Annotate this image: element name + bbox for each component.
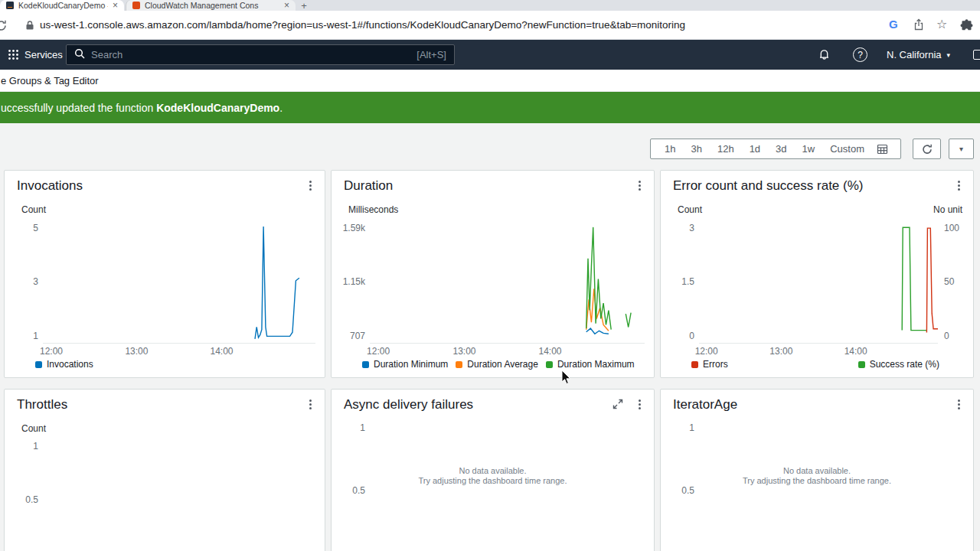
legend-item[interactable]: Success rate (%) xyxy=(858,359,939,370)
no-data-title: No data available. xyxy=(332,466,654,476)
invocations-card: Invocations Count 5 3 1 12:00 13:00 14:0… xyxy=(4,170,325,378)
cloudshell-icon[interactable] xyxy=(973,50,980,60)
expand-icon[interactable] xyxy=(612,399,623,412)
iterator-age-chart[interactable] xyxy=(699,423,964,551)
share-icon[interactable] xyxy=(913,18,925,34)
y-tick: 1.59k xyxy=(333,223,365,233)
duration-card: Duration Milliseconds 1.59k 1.15k 707 12… xyxy=(331,170,655,378)
new-tab-button[interactable]: + xyxy=(296,0,312,11)
async-failures-chart[interactable] xyxy=(370,423,645,551)
y-axis-unit: Count xyxy=(21,204,46,215)
legend-swatch xyxy=(691,361,698,368)
browser-tab-bar: KodeKloudCanaryDemo - Lambd × CloudWatch… xyxy=(0,0,980,11)
bookmark-star-icon[interactable]: ☆ xyxy=(936,17,947,31)
legend-label: Errors xyxy=(703,359,728,370)
y-tick-right: 100 xyxy=(944,223,959,233)
throttles-chart[interactable] xyxy=(43,440,315,551)
range-3d-button[interactable]: 3d xyxy=(768,139,794,158)
x-tick: 12:00 xyxy=(695,346,718,357)
card-title: Async delivery failures xyxy=(344,397,473,412)
legend-swatch xyxy=(362,361,369,368)
legend-item[interactable]: Invocations xyxy=(35,359,93,370)
legend-label: Duration Minimum xyxy=(374,359,448,370)
iterator-age-card: IteratorAge 1 0.5 No data available. Try… xyxy=(660,389,974,551)
range-custom-button[interactable]: Custom xyxy=(822,139,872,158)
card-menu-icon[interactable] xyxy=(634,398,645,411)
card-menu-icon[interactable] xyxy=(634,179,645,192)
tab-close-icon[interactable]: × xyxy=(113,0,118,11)
search-icon xyxy=(74,48,85,62)
range-12h-button[interactable]: 12h xyxy=(710,139,742,158)
invocations-chart[interactable]: 12:00 13:00 14:00 xyxy=(43,221,315,344)
y-tick: 1.5 xyxy=(662,276,694,287)
y-tick: 1 xyxy=(662,422,694,433)
notifications-bell-icon[interactable] xyxy=(818,48,831,64)
search-shortcut: [Alt+S] xyxy=(416,49,446,60)
apps-grid-icon[interactable] xyxy=(8,49,19,64)
legend-item[interactable]: Duration Maximum xyxy=(546,359,635,370)
mouse-cursor-icon xyxy=(561,370,572,388)
card-menu-icon[interactable] xyxy=(305,398,315,411)
async-delivery-failures-card: Async delivery failures 1 0.5 No data av… xyxy=(331,389,655,551)
legend-item[interactable]: Errors xyxy=(691,359,728,370)
legend-item[interactable]: Duration Minimum xyxy=(362,359,448,370)
region-selector[interactable]: N. California ▾ xyxy=(887,49,950,60)
lambda-favicon-icon xyxy=(6,2,14,9)
card-menu-icon[interactable] xyxy=(953,398,964,411)
y-tick: 1 xyxy=(6,441,38,452)
y-tick: 1 xyxy=(6,331,38,341)
console-subnav: e Groups & Tag Editor xyxy=(0,70,980,92)
no-data-message: No data available. Try adjusting the das… xyxy=(661,466,973,486)
address-bar[interactable]: us-west-1.console.aws.amazon.com/lambda/… xyxy=(40,18,805,32)
legend-swatch xyxy=(546,361,553,368)
range-1d-button[interactable]: 1d xyxy=(742,139,768,158)
y-tick: 0.5 xyxy=(6,494,38,505)
y-tick: 1 xyxy=(333,422,365,433)
card-menu-icon[interactable] xyxy=(953,179,964,192)
range-3h-button[interactable]: 3h xyxy=(683,139,709,158)
x-tick: 13:00 xyxy=(125,346,148,357)
refresh-button[interactable] xyxy=(913,139,941,159)
console-search[interactable]: [Alt+S] xyxy=(66,44,455,65)
legend-item[interactable]: Duration Average xyxy=(456,359,538,370)
range-1w-button[interactable]: 1w xyxy=(795,139,823,158)
region-label: N. California xyxy=(887,49,942,60)
reload-icon[interactable] xyxy=(0,19,8,35)
browser-tab-lambda[interactable]: KodeKloudCanaryDemo - Lambd × xyxy=(0,0,124,11)
y-tick: 3 xyxy=(6,276,38,287)
no-data-title: No data available. xyxy=(661,466,973,476)
browser-tab-cloudwatch[interactable]: CloudWatch Management Cons × xyxy=(126,0,296,11)
chart-legend: Duration Minimum Duration Average Durati… xyxy=(362,359,635,370)
lock-icon[interactable] xyxy=(25,20,34,34)
chevron-down-icon: ▾ xyxy=(947,51,951,59)
refresh-options-dropdown[interactable]: ▾ xyxy=(949,139,974,159)
x-tick: 13:00 xyxy=(769,346,792,357)
duration-chart[interactable]: 12:00 13:00 14:00 xyxy=(370,221,645,344)
range-1h-button[interactable]: 1h xyxy=(657,139,683,158)
errors-chart[interactable]: 12:00 13:00 14:00 xyxy=(699,221,938,344)
card-title: Error count and success rate (%) xyxy=(673,178,863,194)
calendar-icon[interactable] xyxy=(872,143,894,155)
google-icon[interactable]: G xyxy=(889,18,898,31)
banner-function-name: KodeKloudCanaryDemo xyxy=(156,102,279,114)
no-data-hint: Try adjusting the dashboard time range. xyxy=(661,476,973,486)
success-banner: uccessfully updated the function KodeKlo… xyxy=(0,92,980,123)
services-menu[interactable]: Services xyxy=(24,49,63,60)
time-range-toolbar: 1h 3h 12h 1d 3d 1w Custom ▾ xyxy=(0,139,980,159)
legend-swatch xyxy=(35,361,42,368)
search-input[interactable] xyxy=(91,49,410,60)
card-menu-icon[interactable] xyxy=(305,179,315,192)
tab-close-icon[interactable]: × xyxy=(284,0,289,11)
no-data-hint: Try adjusting the dashboard time range. xyxy=(332,476,654,486)
banner-text: . xyxy=(279,102,283,114)
subnav-item-tag-editor[interactable]: e Groups & Tag Editor xyxy=(1,75,99,86)
y-axis-unit: Count xyxy=(21,423,46,434)
help-icon[interactable]: ? xyxy=(853,47,867,62)
y-tick: 1.15k xyxy=(333,276,365,287)
y-tick: 707 xyxy=(333,331,365,341)
y-tick: 0.5 xyxy=(333,485,365,496)
browser-toolbar: us-west-1.console.aws.amazon.com/lambda/… xyxy=(0,11,980,40)
extensions-icon[interactable] xyxy=(960,18,973,34)
x-tick: 14:00 xyxy=(211,346,234,357)
legend-label: Invocations xyxy=(47,359,93,370)
